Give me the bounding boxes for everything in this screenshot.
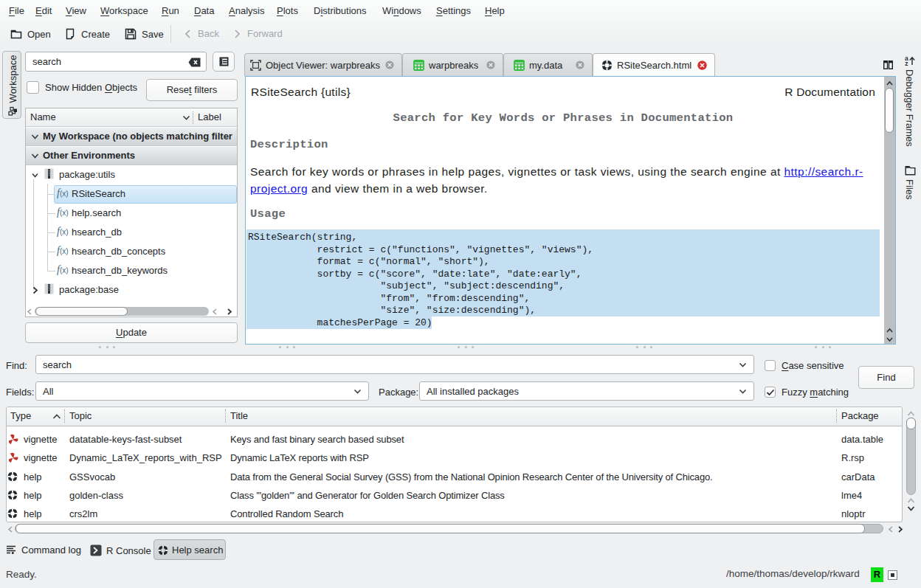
svg-text:z: z — [905, 60, 908, 66]
